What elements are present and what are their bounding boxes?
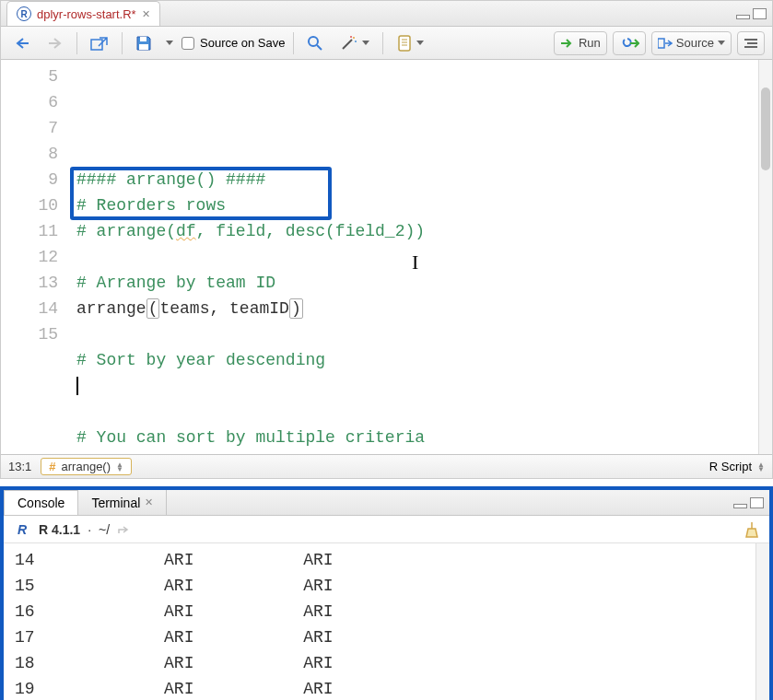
console-info-bar: R R 4.1.1 · ~/ <box>4 516 769 543</box>
tab-console[interactable]: Console <box>4 490 78 515</box>
pane-window-controls <box>733 497 769 508</box>
run-icon <box>560 38 575 49</box>
chevron-down-icon <box>718 41 725 45</box>
updown-icon: ▲▼ <box>757 462 765 472</box>
chevron-down-icon <box>362 41 369 45</box>
rerun-button[interactable] <box>613 31 646 55</box>
notebook-icon <box>396 35 413 52</box>
svg-point-6 <box>350 36 352 38</box>
arrow-left-icon <box>15 37 29 50</box>
hash-icon: # <box>49 460 55 473</box>
console-pane: Console Terminal ✕ R R 4.1.1 · ~/ 14 ARI… <box>0 486 773 700</box>
svg-point-3 <box>309 37 318 46</box>
source-icon <box>658 38 673 49</box>
language-mode[interactable]: R Script <box>709 460 752 473</box>
run-button[interactable]: Run <box>554 31 607 55</box>
arrow-right-icon <box>48 37 63 50</box>
share-icon[interactable] <box>117 524 130 535</box>
maximize-pane-icon[interactable] <box>753 8 767 19</box>
text-cursor-indicator: I <box>412 250 418 275</box>
r-version: R 4.1.1 <box>39 522 80 537</box>
file-tab-name: dplyr-rows-start.R* <box>37 7 136 21</box>
code-content[interactable]: I #### arrange() ##### Reorders rows# ar… <box>71 60 772 454</box>
console-scrollbar[interactable] <box>755 543 769 700</box>
clear-console-icon[interactable] <box>744 521 760 538</box>
r-file-icon: R <box>17 6 31 21</box>
compile-report-button[interactable] <box>391 31 429 55</box>
working-dir[interactable]: ~/ <box>99 522 110 537</box>
chevron-down-icon <box>416 41 424 45</box>
minimize-pane-icon[interactable] <box>733 504 747 508</box>
close-icon[interactable]: ✕ <box>145 496 153 508</box>
scrollbar-thumb[interactable] <box>761 88 770 170</box>
find-button[interactable] <box>301 31 329 55</box>
outline-icon <box>744 37 758 50</box>
outline-button[interactable] <box>737 31 765 55</box>
tab-terminal[interactable]: Terminal ✕ <box>78 490 167 515</box>
save-dropdown[interactable] <box>163 31 176 55</box>
popout-icon <box>90 36 109 51</box>
svg-rect-11 <box>658 39 664 48</box>
chevron-down-icon <box>166 41 173 45</box>
svg-rect-7 <box>399 36 410 51</box>
wand-icon <box>340 35 358 52</box>
line-gutter: 56789101112131415 <box>1 60 71 454</box>
editor-pane: R dplyr-rows-start.R* ✕ Source on Save <box>0 0 773 479</box>
svg-point-5 <box>355 41 357 42</box>
cursor-position: 13:1 <box>8 460 31 473</box>
file-tab[interactable]: R dplyr-rows-start.R* ✕ <box>6 1 160 26</box>
rerun-icon <box>619 37 639 50</box>
editor-toolbar: Source on Save Run Source <box>1 27 772 60</box>
pane-window-controls <box>736 8 772 19</box>
section-navigator[interactable]: # arrange() ▲▼ <box>41 458 132 475</box>
editor-status-bar: 13:1 # arrange() ▲▼ R Script ▲▼ <box>1 454 772 478</box>
maximize-pane-icon[interactable] <box>750 497 764 508</box>
back-button[interactable] <box>8 31 36 55</box>
file-tab-bar: R dplyr-rows-start.R* ✕ <box>1 1 772 27</box>
console-tab-bar: Console Terminal ✕ <box>4 490 769 516</box>
forward-button[interactable] <box>41 31 69 55</box>
svg-rect-2 <box>139 44 148 50</box>
console-output[interactable]: 14 ARI ARI 15 ARI ARI 16 ARI ARI 17 ARI … <box>4 543 769 700</box>
search-icon <box>307 35 323 52</box>
code-editor[interactable]: 56789101112131415 I #### arrange() #####… <box>1 60 772 454</box>
code-tools-button[interactable] <box>334 31 375 55</box>
show-in-new-window-button[interactable] <box>85 31 114 55</box>
source-on-save-label: Source on Save <box>200 36 286 50</box>
source-on-save-checkbox[interactable] <box>182 37 194 50</box>
editor-scrollbar[interactable] <box>758 60 772 454</box>
svg-rect-1 <box>140 37 146 41</box>
save-button[interactable] <box>130 31 158 55</box>
updown-icon: ▲▼ <box>116 462 123 472</box>
close-icon[interactable]: ✕ <box>142 8 150 20</box>
minimize-pane-icon[interactable] <box>736 15 750 19</box>
svg-point-4 <box>353 37 355 39</box>
save-icon <box>135 35 152 52</box>
source-button[interactable]: Source <box>651 31 732 55</box>
r-logo-icon: R <box>13 520 31 539</box>
